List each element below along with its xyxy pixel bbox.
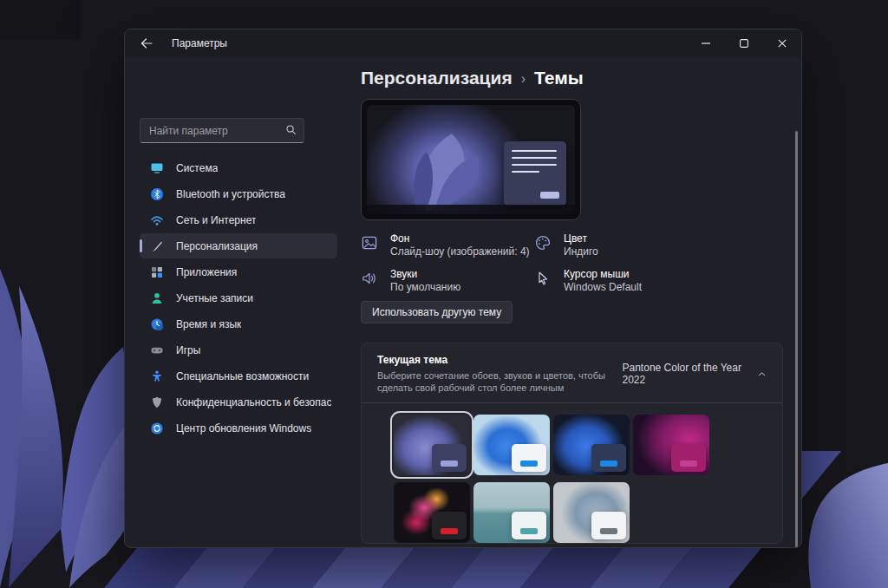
theme-thumbnail-light-gray-bloom[interactable] bbox=[553, 482, 630, 543]
back-button[interactable] bbox=[132, 30, 161, 56]
detail-value: Индиго bbox=[564, 245, 598, 258]
theme-details: Фон Слайд-шоу (изображений: 4) Цвет Инди… bbox=[361, 232, 734, 294]
theme-thumbnail-purple-glow[interactable] bbox=[633, 415, 709, 475]
sidebar-item-accessibility[interactable]: Специальные возможности bbox=[140, 363, 337, 389]
accessibility-icon bbox=[150, 369, 164, 383]
mock-text-line bbox=[512, 157, 557, 159]
sidebar-item-system[interactable]: Система bbox=[140, 155, 337, 180]
apps-icon bbox=[150, 265, 164, 279]
detail-title: Цвет bbox=[564, 232, 598, 245]
minimize-button[interactable] bbox=[687, 29, 725, 57]
theme-mini-button bbox=[441, 528, 458, 534]
window-title: Параметры bbox=[172, 37, 227, 49]
account-icon bbox=[150, 291, 164, 305]
sidebar-item-label: Конфиденциальность и безопас bbox=[176, 396, 331, 408]
browse-themes-button[interactable]: Использовать другую тему bbox=[361, 301, 513, 323]
sidebar-item-label: Центр обновления Windows bbox=[176, 422, 311, 434]
theme-mini-button bbox=[600, 528, 617, 534]
shield-icon bbox=[150, 395, 164, 409]
window-content: Система Bluetooth и устройства Се bbox=[125, 57, 801, 547]
minimize-icon bbox=[702, 42, 710, 44]
sidebar-item-bluetooth-devices[interactable]: Bluetooth и устройства bbox=[140, 181, 337, 206]
sidebar-item-network-internet[interactable]: Сеть и Интернет bbox=[140, 207, 337, 232]
sidebar-item-label: Bluetooth и устройства bbox=[176, 188, 285, 200]
current-theme-title: Текущая тема bbox=[377, 354, 623, 366]
sidebar-item-label: Игры bbox=[176, 344, 200, 356]
sidebar-item-accounts[interactable]: Учетные записи bbox=[140, 285, 337, 310]
breadcrumb-separator-icon: › bbox=[521, 71, 526, 87]
back-arrow-icon bbox=[140, 38, 153, 49]
detail-value: Слайд-шоу (изображений: 4) bbox=[390, 245, 530, 258]
sidebar-item-label: Специальные возможности bbox=[176, 370, 309, 382]
mock-button bbox=[540, 192, 559, 199]
close-icon bbox=[778, 39, 787, 48]
theme-thumbnail-dark-blue-bloom[interactable] bbox=[553, 415, 630, 475]
theme-mini-button bbox=[441, 461, 458, 467]
detail-cursor: Курсор мыши Windows Default bbox=[534, 268, 734, 294]
maximize-icon bbox=[740, 39, 748, 48]
search-input[interactable] bbox=[140, 118, 304, 143]
sidebar-item-apps[interactable]: Приложения bbox=[140, 259, 337, 284]
detail-background: Фон Слайд-шоу (изображений: 4) bbox=[361, 232, 534, 258]
sidebar-item-windows-update[interactable]: Центр обновления Windows bbox=[140, 415, 337, 441]
sidebar-item-label: Приложения bbox=[176, 266, 237, 278]
sidebar-item-label: Система bbox=[176, 162, 218, 174]
detail-value: Windows Default bbox=[564, 281, 642, 294]
gamepad-icon bbox=[150, 343, 164, 357]
bluetooth-icon bbox=[150, 187, 164, 201]
theme-gallery bbox=[362, 403, 782, 543]
mock-text-line bbox=[512, 150, 557, 152]
theme-preview-screen bbox=[367, 105, 575, 214]
current-theme-subtitle: Выберите сочетание обоев, звуков и цвето… bbox=[377, 369, 623, 394]
theme-mini-window bbox=[671, 444, 706, 472]
theme-mini-window bbox=[512, 512, 546, 539]
search-box bbox=[140, 118, 304, 143]
sidebar: Система Bluetooth и устройства Се bbox=[125, 57, 342, 547]
current-theme-card: Текущая тема Выберите сочетание обоев, з… bbox=[361, 343, 783, 544]
chevron-up-icon[interactable] bbox=[757, 369, 767, 380]
mock-text-line bbox=[512, 164, 557, 166]
breadcrumb: Персонализация › Темы bbox=[361, 68, 784, 88]
sidebar-item-label: Сеть и Интернет bbox=[176, 214, 256, 226]
sidebar-item-label: Учетные записи bbox=[176, 292, 253, 304]
detail-sounds: Звуки По умолчанию bbox=[361, 268, 534, 294]
theme-mini-button bbox=[680, 461, 697, 467]
theme-mini-window bbox=[432, 512, 467, 539]
sounds-icon bbox=[361, 270, 378, 287]
sidebar-item-gaming[interactable]: Игры bbox=[140, 337, 337, 363]
sidebar-item-personalization[interactable]: Персонализация bbox=[140, 233, 337, 258]
preview-taskbar-mock bbox=[367, 205, 575, 214]
active-indicator bbox=[140, 239, 142, 252]
color-icon bbox=[534, 234, 552, 252]
desktop-corner-shade bbox=[0, 0, 80, 40]
page-title: Темы bbox=[534, 68, 584, 88]
vertical-scrollbar[interactable] bbox=[795, 131, 798, 548]
detail-value: По умолчанию bbox=[390, 281, 460, 294]
theme-mini-button bbox=[520, 461, 538, 467]
bloom-flower-art bbox=[396, 114, 517, 214]
titlebar: Параметры bbox=[125, 29, 801, 57]
detail-title: Курсор мыши bbox=[564, 268, 642, 281]
maximize-button[interactable] bbox=[725, 29, 763, 57]
close-button[interactable] bbox=[763, 29, 801, 57]
paintbrush-icon bbox=[150, 239, 164, 253]
sidebar-item-time-language[interactable]: Время и язык bbox=[140, 311, 337, 336]
wifi-icon bbox=[150, 213, 164, 227]
theme-pack-name: Pantone Color of the Year 2022 bbox=[623, 362, 746, 386]
breadcrumb-parent[interactable]: Персонализация bbox=[361, 68, 513, 88]
theme-thumbnail-seascape[interactable] bbox=[473, 482, 550, 543]
settings-window: Параметры bbox=[124, 29, 802, 548]
monitor-icon bbox=[150, 161, 164, 175]
theme-mini-window bbox=[432, 444, 467, 472]
sidebar-item-privacy-security[interactable]: Конфиденциальность и безопас bbox=[140, 389, 337, 415]
theme-thumbnail-dark-flower[interactable] bbox=[394, 482, 470, 543]
preview-window-mock bbox=[504, 141, 566, 206]
search-icon bbox=[285, 124, 297, 135]
current-theme-header[interactable]: Текущая тема Выберите сочетание обоев, з… bbox=[362, 343, 782, 403]
detail-color: Цвет Индиго bbox=[534, 232, 734, 258]
sidebar-item-label: Персонализация bbox=[176, 240, 258, 252]
detail-title: Фон bbox=[390, 232, 530, 245]
sidebar-nav: Система Bluetooth и устройства Се bbox=[140, 155, 337, 441]
theme-thumbnail-light-blue-bloom[interactable] bbox=[473, 415, 550, 475]
theme-thumbnail-dark-indigo-bloom[interactable] bbox=[394, 415, 470, 475]
